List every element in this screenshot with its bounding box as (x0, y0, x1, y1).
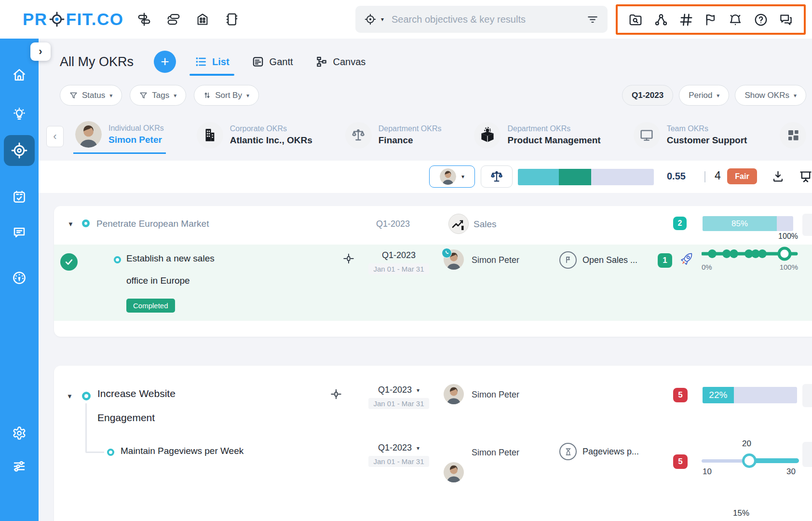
kr-owner-name[interactable]: Simon Peter (472, 255, 519, 265)
carousel-item-team-leaders[interactable]: Team OK Leaders (778, 119, 812, 154)
add-okr-button[interactable]: + (154, 51, 176, 73)
kr-title-line2[interactable]: office in Europe (126, 275, 190, 286)
slider-min-label: 10 (703, 467, 712, 477)
tab-canvas[interactable]: Canvas (315, 55, 366, 68)
hashtag-icon[interactable] (679, 13, 693, 27)
show-okrs-dropdown[interactable]: Show OKRs▾ (735, 85, 806, 106)
slider-track-left[interactable] (702, 459, 747, 463)
objective-owner-name[interactable]: Simon Peter (472, 390, 519, 400)
milestone-progress-chain[interactable] (702, 247, 799, 261)
slider-max-label: 30 (786, 467, 796, 477)
objective-title-line1[interactable]: Increase Website (97, 388, 176, 399)
range-start: 0% (702, 263, 712, 271)
tab-gantt[interactable]: Gantt (252, 55, 293, 68)
kr-owner-name[interactable]: Simon Peter (472, 448, 519, 458)
notifications-bell-icon[interactable] (728, 13, 743, 27)
sidebar-item-settings[interactable] (0, 426, 39, 440)
caret-down-icon: ▾ (417, 445, 420, 452)
sidebar-item-ideas[interactable] (0, 107, 39, 121)
objective-dates: Jan 01 - Mar 31 (368, 398, 429, 409)
okr-category-carousel: ‹ Individual OKRs Simon Peter (46, 119, 812, 154)
progress-value: 22% (703, 387, 734, 403)
chat-icon[interactable] (779, 13, 793, 27)
cycle-icon[interactable] (166, 12, 181, 27)
sidebar-item-preferences[interactable] (0, 459, 39, 473)
objective-period[interactable]: Q1-2023 (376, 219, 410, 229)
presentation-icon[interactable] (799, 170, 812, 183)
kr-kpi-name[interactable]: Open Sales ... (582, 255, 637, 265)
search-input[interactable] (392, 14, 586, 25)
chat-bubble-icon (12, 225, 27, 240)
list-view-icon (194, 55, 207, 68)
kr-period[interactable]: Q1-2023 (382, 250, 416, 260)
main-content: All My OKRs + List Gantt (39, 39, 812, 521)
slider-handle[interactable] (742, 453, 757, 468)
period-controls: Q1-2023 Period▾ Show OKRs▾ (622, 85, 806, 106)
building-icon[interactable] (196, 13, 209, 26)
carousel-item-department-finance[interactable]: Department OKRs Finance (343, 119, 444, 154)
objective-period[interactable]: Q1-2023▾ (378, 385, 420, 395)
carousel-item-team-customer-support[interactable]: Team OKRs Customer Support (632, 119, 749, 154)
kpi-flag-icon (559, 251, 577, 269)
carousel-item-individual-okrs[interactable]: Individual OKRs Simon Peter (73, 119, 166, 154)
objective-owner-team[interactable]: Sales (474, 219, 497, 230)
sidebar-item-conversations[interactable] (0, 225, 39, 240)
search-scope-target-icon[interactable] (364, 13, 377, 26)
sidebar (0, 39, 39, 521)
home-icon (12, 68, 27, 82)
sidebar-expand-button[interactable]: › (30, 42, 51, 61)
sidebar-item-home[interactable] (0, 68, 39, 82)
kr-period[interactable]: Q1-2023▾ (378, 443, 420, 453)
global-search[interactable]: ▾ (355, 6, 608, 33)
tree-connector-horizontal (86, 452, 104, 453)
row-actions-cut[interactable] (802, 214, 812, 236)
kr-title-line1[interactable]: Establish a new sales (126, 253, 215, 264)
folder-search-icon[interactable] (628, 13, 643, 27)
search-filter-icon[interactable] (586, 13, 599, 26)
okr-card-increase-website-engagement: ▼ Increase Website Engagement Q1-2023▾ J… (54, 366, 812, 521)
collapse-caret-icon[interactable]: ▼ (68, 220, 74, 228)
carousel-prev-button[interactable]: ‹ (46, 126, 64, 147)
sort-icon (203, 92, 211, 99)
sort-by-filter[interactable]: Sort By▾ (194, 85, 259, 106)
alignment-icon[interactable] (137, 12, 151, 27)
objective-bullet-icon (82, 392, 91, 400)
weights-button[interactable] (481, 165, 513, 188)
slider-track-right[interactable] (753, 458, 799, 463)
quarter-chip[interactable]: Q1-2023 (622, 85, 673, 106)
tab-list[interactable]: List (194, 55, 230, 68)
tags-filter[interactable]: Tags▾ (130, 85, 186, 106)
help-icon[interactable] (754, 13, 768, 27)
collapse-caret-icon[interactable]: ▼ (67, 393, 73, 400)
kr-title[interactable]: Maintain Pageviews per Week (121, 446, 244, 456)
period-dropdown[interactable]: Period▾ (679, 85, 729, 106)
kr-kpi-name[interactable]: Pageviews p... (582, 447, 639, 457)
rocket-icon[interactable] (678, 250, 695, 268)
flag-icon[interactable] (704, 13, 717, 27)
view-tabs: List Gantt Canvas (194, 47, 365, 76)
carousel-item-corporate-okrs[interactable]: Corporate OKRs Atlantic Inc., OKRs (195, 119, 314, 154)
download-icon[interactable] (771, 170, 785, 183)
notebook-icon[interactable] (224, 12, 239, 27)
milestone-icon[interactable] (330, 388, 342, 400)
owner-filter-button[interactable]: ▾ (429, 165, 475, 188)
row-actions-cut[interactable] (802, 384, 812, 407)
hierarchy-icon[interactable] (654, 13, 668, 27)
objective-title-line2[interactable]: Engagement (97, 412, 155, 424)
sidebar-item-kpis[interactable] (0, 270, 39, 286)
completed-check-icon[interactable] (60, 253, 78, 271)
app-logo[interactable]: PR FIT.CO (23, 0, 123, 39)
sidebar-item-tasks[interactable] (0, 190, 39, 204)
sidebar-item-okrs-active[interactable] (4, 135, 35, 166)
progress-segment-green (559, 169, 592, 185)
caret-down-icon[interactable]: ▾ (381, 16, 384, 23)
status-filter[interactable]: Status▾ (60, 85, 122, 106)
carousel-item-department-product[interactable]: Department OKRs Product Management (472, 119, 602, 154)
kr-period-column: Q1-2023▾ Jan 01 - Mar 31 (361, 443, 437, 467)
row-actions-cut[interactable] (802, 442, 812, 467)
milestone-icon[interactable] (342, 252, 355, 265)
scales-icon (345, 122, 372, 149)
progress-segment-remaining (591, 169, 654, 185)
objective-title[interactable]: Penetrate European Market (96, 219, 209, 229)
filter-row: Status▾ Tags▾ Sort By▾ (60, 85, 259, 106)
